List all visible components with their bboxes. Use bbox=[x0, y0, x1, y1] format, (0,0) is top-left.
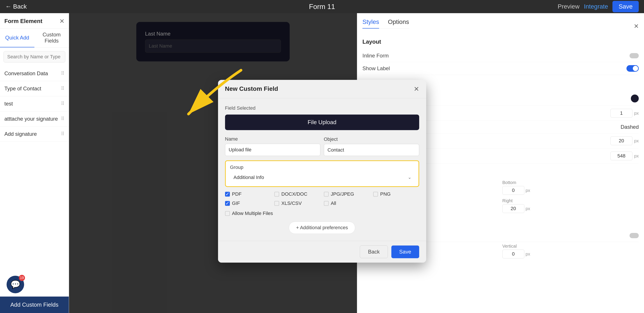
padding-bottom-item: Bottom px bbox=[502, 180, 639, 195]
file-type-grid: ✓ PDF DOCX/DOC JPG/JPEG PNG ✓ GIF XLS/ bbox=[225, 191, 419, 206]
object-select[interactable]: Contact bbox=[324, 144, 419, 156]
group-select-wrap: Additional Info ⌄ bbox=[230, 172, 414, 183]
list-item: Add signature ⠿ bbox=[0, 127, 69, 142]
left-panel: Form Element ✕ Quick Add Custom Fields C… bbox=[0, 13, 69, 313]
gif-checkbox[interactable]: ✓ bbox=[225, 201, 230, 206]
modal-back-button[interactable]: Back bbox=[360, 245, 388, 258]
group-box: Group Additional Info ⌄ bbox=[225, 160, 419, 187]
integrate-button[interactable]: Integrate bbox=[584, 3, 608, 10]
name-group: Name bbox=[225, 136, 320, 156]
allow-multiple-checkbox[interactable] bbox=[225, 211, 230, 216]
save-button[interactable]: Save bbox=[612, 1, 639, 12]
allow-multiple-label: Allow Multiple Files bbox=[232, 211, 273, 216]
checkbox-gif: ✓ GIF bbox=[225, 200, 271, 206]
checkbox-jpg: JPG/JPEG bbox=[324, 191, 370, 197]
modal-save-button[interactable]: Save bbox=[391, 245, 419, 258]
list-item: atttache your signature ⠿ bbox=[0, 111, 69, 127]
chat-icon: 💬 bbox=[10, 280, 20, 289]
border-value-input[interactable] bbox=[610, 109, 632, 118]
list-item: Type of Contact ⠿ bbox=[0, 81, 69, 96]
all-checkbox[interactable] bbox=[324, 201, 329, 206]
right-tab-row: Styles Options bbox=[362, 19, 409, 29]
modal-body: Field Selected File Upload Name Object C… bbox=[218, 98, 426, 241]
right-panel-header: Styles Options ✕ bbox=[362, 19, 639, 34]
padding-right-item: Right px bbox=[502, 198, 639, 213]
padding-bottom-input[interactable] bbox=[502, 186, 524, 195]
group-select[interactable]: Additional Info bbox=[230, 172, 414, 183]
pdf-checkbox[interactable]: ✓ bbox=[225, 192, 230, 196]
drag-icon: ⠿ bbox=[61, 86, 64, 92]
tab-options[interactable]: Options bbox=[388, 19, 409, 29]
checkbox-xls: XLS/CSV bbox=[274, 200, 320, 206]
width-input[interactable] bbox=[610, 152, 632, 160]
modal-close-button[interactable]: ✕ bbox=[414, 85, 419, 93]
checkbox-pdf: ✓ PDF bbox=[225, 191, 271, 197]
left-panel-header: Form Element ✕ bbox=[0, 13, 69, 29]
object-group: Object Contact bbox=[324, 136, 419, 156]
topbar: ← Back Form 11 Preview Integrate Save bbox=[0, 0, 644, 13]
name-object-row: Name Object Contact bbox=[225, 136, 419, 156]
drag-icon: ⠿ bbox=[61, 131, 64, 137]
close-icon[interactable]: ✕ bbox=[60, 18, 64, 25]
show-label-toggle[interactable] bbox=[626, 65, 639, 72]
right-panel-close[interactable]: ✕ bbox=[634, 23, 639, 30]
corner-radius-input[interactable] bbox=[610, 136, 632, 145]
list-item: Conversation Data ⠿ bbox=[0, 66, 69, 81]
name-label: Name bbox=[225, 136, 320, 142]
new-custom-field-modal: New Custom Field ✕ Field Selected File U… bbox=[218, 80, 426, 262]
tab-custom-fields[interactable]: Custom Fields bbox=[34, 29, 69, 47]
docx-checkbox[interactable] bbox=[274, 192, 279, 196]
tab-styles[interactable]: Styles bbox=[362, 19, 379, 29]
inline-form-row: Inline Form bbox=[362, 50, 639, 62]
drag-icon: ⠿ bbox=[61, 71, 64, 76]
file-upload-button[interactable]: File Upload bbox=[225, 115, 419, 130]
modal-header: New Custom Field ✕ bbox=[218, 80, 426, 98]
list-item: test ⠿ bbox=[0, 96, 69, 111]
name-input[interactable] bbox=[225, 144, 320, 156]
search-input[interactable] bbox=[4, 51, 65, 63]
modal-footer: Back Save bbox=[218, 241, 426, 262]
add-custom-fields-button[interactable]: Add Custom Fields bbox=[0, 296, 69, 313]
layout-section-title: Layout bbox=[362, 38, 639, 45]
add-preferences-button[interactable]: + Additional preferences bbox=[289, 221, 355, 234]
checkbox-all: All bbox=[324, 200, 370, 206]
checkbox-docx: DOCX/DOC bbox=[274, 191, 320, 197]
shadow-vertical-input[interactable] bbox=[502, 250, 524, 258]
tab-row: Quick Add Custom Fields bbox=[0, 29, 69, 48]
jpg-checkbox[interactable] bbox=[324, 192, 329, 196]
padding-right-input[interactable] bbox=[502, 204, 524, 213]
show-label-row: Show Label bbox=[362, 62, 639, 75]
png-checkbox[interactable] bbox=[373, 192, 378, 196]
checkbox-png: PNG bbox=[373, 191, 419, 197]
drag-icon: ⠿ bbox=[61, 101, 64, 107]
xls-checkbox[interactable] bbox=[274, 201, 279, 206]
modal-title: New Custom Field bbox=[225, 85, 278, 92]
left-panel-title: Form Element bbox=[4, 18, 42, 25]
inline-form-toggle[interactable] bbox=[630, 53, 639, 58]
back-button[interactable]: ← Back bbox=[5, 3, 27, 10]
background-color-swatch[interactable] bbox=[631, 95, 639, 102]
topbar-left: ← Back bbox=[5, 3, 27, 10]
tab-quick-add[interactable]: Quick Add bbox=[0, 29, 34, 47]
preview-button[interactable]: Preview bbox=[558, 3, 580, 10]
allow-multiple-row: Allow Multiple Files bbox=[225, 211, 419, 216]
chat-bubble[interactable]: 💬 19 bbox=[6, 276, 24, 293]
topbar-right: Preview Integrate Save bbox=[558, 1, 639, 12]
group-label: Group bbox=[230, 164, 414, 170]
drag-icon: ⠿ bbox=[61, 116, 64, 122]
field-selected-label: Field Selected bbox=[225, 105, 419, 111]
shadow-vertical-item: Vertical px bbox=[502, 244, 639, 258]
page-title: Form 11 bbox=[309, 3, 335, 11]
object-label: Object bbox=[324, 136, 419, 142]
notification-badge: 19 bbox=[19, 275, 25, 281]
shadow-color-toggle[interactable] bbox=[630, 233, 639, 238]
